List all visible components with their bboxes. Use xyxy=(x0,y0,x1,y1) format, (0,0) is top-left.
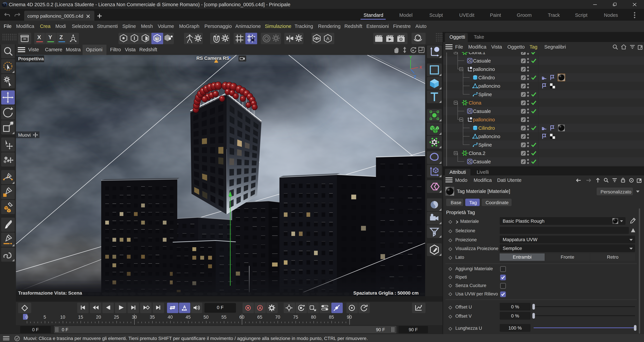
svg-text:A: A xyxy=(183,304,186,309)
svg-text:A: A xyxy=(326,36,330,41)
svg-text:A: A xyxy=(259,306,262,310)
svg-text:X: X xyxy=(420,65,422,70)
svg-text:Y: Y xyxy=(409,55,412,60)
svg-text:Z: Z xyxy=(414,74,416,79)
